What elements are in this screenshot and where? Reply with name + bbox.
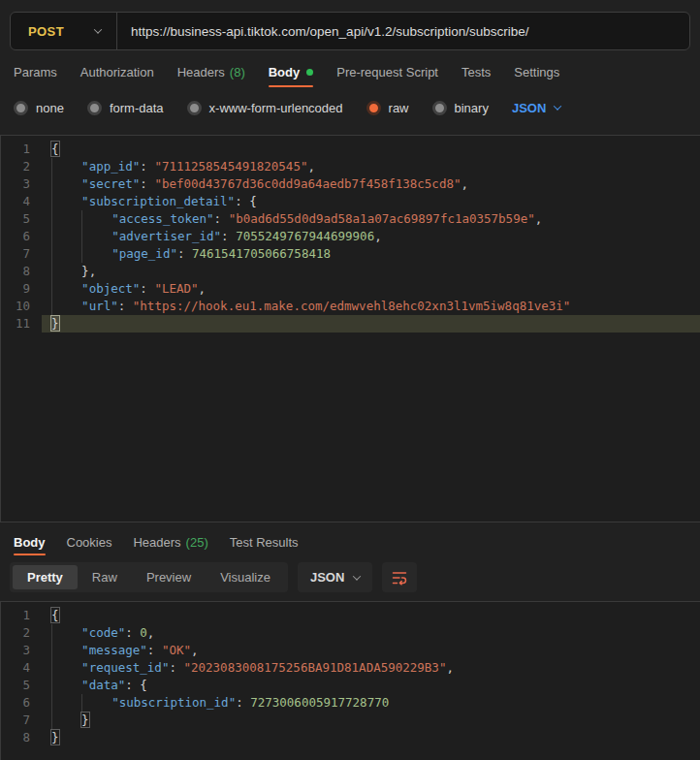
code-line-2: 2 "app_id": "7111258545491820545",: [1, 158, 700, 175]
code-line-body: "app_id": "7111258545491820545",: [42, 158, 700, 175]
code-line-11: 11}: [1, 315, 700, 332]
tab-label: Test Results: [230, 535, 299, 550]
url-input[interactable]: https://business-api.tiktok.com/open_api…: [117, 13, 689, 49]
code-text: "advertiser_id": 7055249767944699906,: [51, 229, 382, 243]
line-number: 4: [1, 193, 42, 210]
code-line-body: }: [42, 315, 700, 332]
view-mode-visualize[interactable]: Visualize: [206, 565, 285, 589]
unsaved-dot-icon: [306, 69, 313, 76]
response-panel: BodyCookiesHeaders(25)Test Results Prett…: [0, 522, 700, 760]
code-line-body: "url": "https://hook.eu1.make.com/edmwve…: [42, 298, 700, 315]
code-line-body: "data": {: [42, 677, 700, 694]
tab-headers[interactable]: Headers(8): [177, 50, 245, 93]
response-format-selector[interactable]: JSON: [298, 562, 372, 592]
radio-none[interactable]: none: [14, 101, 64, 115]
tab-authorization[interactable]: Authorization: [80, 50, 154, 93]
chevron-down-icon: [353, 572, 361, 580]
code-text: "data": {: [51, 678, 147, 692]
text-wrap-icon: [392, 570, 407, 586]
line-number: 6: [1, 694, 42, 712]
tab-tests[interactable]: Tests: [461, 50, 491, 93]
code-text: "request_id": "2023083008175256BA91D81AD…: [51, 660, 454, 675]
tab-label: Body: [14, 535, 46, 550]
view-mode-raw[interactable]: Raw: [78, 565, 132, 589]
code-line-body: },: [42, 263, 700, 280]
wrap-lines-button[interactable]: [382, 562, 417, 592]
code-line-1: 1{: [1, 607, 700, 624]
radio-icon: [366, 101, 381, 115]
radio-icon: [14, 101, 28, 115]
line-number: 7: [1, 712, 42, 729]
tab-label: Body: [269, 65, 301, 79]
mode-label: none: [36, 101, 64, 115]
code-line-body: "request_id": "2023083008175256BA91D81AD…: [42, 659, 700, 677]
radio-raw[interactable]: raw: [366, 101, 409, 115]
response-body-editor[interactable]: 1{2 "code": 0,3 "message": "OK",4 "reque…: [0, 601, 700, 760]
line-number: 9: [1, 280, 42, 298]
body-type-selector[interactable]: JSON: [512, 101, 560, 115]
code-text: "secret": "bef00d43767d36c0dd9a64aedb7f4…: [51, 176, 468, 191]
code-text: "app_id": "7111258545491820545",: [51, 159, 315, 174]
tab-label: Tests: [461, 65, 491, 79]
line-number: 10: [1, 298, 42, 315]
line-number: 3: [1, 175, 42, 193]
tab-label: Params: [14, 65, 57, 79]
mode-label: binary: [455, 101, 489, 115]
response-tab-test-results[interactable]: Test Results: [230, 522, 299, 561]
line-number: 2: [1, 158, 42, 175]
code-text: "url": "https://hook.eu1.make.com/edmwve…: [51, 299, 570, 313]
code-text: "object": "LEAD",: [51, 281, 206, 296]
radio-form-data[interactable]: form-data: [87, 101, 164, 115]
tab-pre-request-script[interactable]: Pre-request Script: [336, 50, 438, 93]
code-text: "code": 0,: [51, 625, 154, 640]
code-line-4: 4 "subscription_detail": {: [1, 193, 700, 210]
response-toolbar: PrettyRawPreviewVisualize JSON: [0, 561, 700, 601]
radio-x-www-form-urlencoded[interactable]: x-www-form-urlencoded: [187, 101, 343, 115]
line-number: 2: [1, 624, 42, 642]
code-text: {: [51, 142, 59, 156]
code-text: }: [51, 712, 89, 727]
code-line-7: 7 }: [1, 712, 700, 729]
response-tab-body[interactable]: Body: [14, 522, 46, 561]
tab-settings[interactable]: Settings: [514, 50, 559, 93]
code-text: "subscription_id": 7273006005917728770: [51, 695, 389, 710]
view-mode-pretty[interactable]: Pretty: [13, 565, 78, 589]
postman-window: POST https://business-api.tiktok.com/ope…: [0, 0, 700, 760]
line-number: 11: [1, 315, 42, 332]
request-body-editor[interactable]: 1{2 "app_id": "7111258545491820545",3 "s…: [0, 135, 700, 522]
response-tabs: BodyCookiesHeaders(25)Test Results: [0, 522, 700, 561]
code-line-6: 6 "subscription_id": 7273006005917728770: [1, 694, 700, 712]
mode-label: form-data: [110, 101, 164, 115]
method-label: POST: [28, 24, 64, 39]
view-mode-preview[interactable]: Preview: [132, 565, 206, 589]
chevron-down-icon: [554, 102, 561, 110]
radio-icon: [87, 101, 102, 115]
tab-label: Cookies: [67, 535, 112, 550]
radio-binary[interactable]: binary: [432, 101, 489, 115]
code-line-body: "subscription_detail": {: [42, 193, 700, 210]
code-line-body: "subscription_id": 7273006005917728770: [42, 694, 700, 712]
chevron-down-icon: [94, 25, 102, 33]
code-line-7: 7 "page_id": 7461541705066758418: [1, 245, 700, 263]
line-number: 1: [1, 607, 42, 624]
request-tabs: ParamsAuthorizationHeaders(8)BodyPre-req…: [0, 50, 700, 93]
line-number: 5: [1, 210, 42, 228]
code-line-3: 3 "secret": "bef00d43767d36c0dd9a64aedb7…: [1, 175, 700, 193]
tab-params[interactable]: Params: [14, 50, 57, 93]
method-selector[interactable]: POST: [11, 13, 117, 49]
tab-count: (25): [186, 535, 208, 550]
tab-label: Headers: [133, 535, 180, 550]
code-line-body: }: [42, 712, 700, 729]
code-text: {: [51, 608, 59, 622]
mode-label: raw: [389, 101, 409, 115]
response-tab-headers[interactable]: Headers(25): [133, 522, 207, 561]
tab-body[interactable]: Body: [269, 50, 314, 93]
response-tab-cookies[interactable]: Cookies: [67, 522, 112, 561]
code-text: "access_token": "b0ad6d55d0d9ad58a1a07ac…: [51, 211, 542, 226]
radio-icon: [432, 101, 447, 115]
code-line-5: 5 "access_token": "b0ad6d55d0d9ad58a1a07…: [1, 210, 700, 228]
tab-label: Authorization: [80, 65, 154, 79]
code-line-body: {: [42, 607, 700, 624]
line-number: 6: [1, 228, 42, 245]
code-line-9: 9 "object": "LEAD",: [1, 280, 700, 298]
